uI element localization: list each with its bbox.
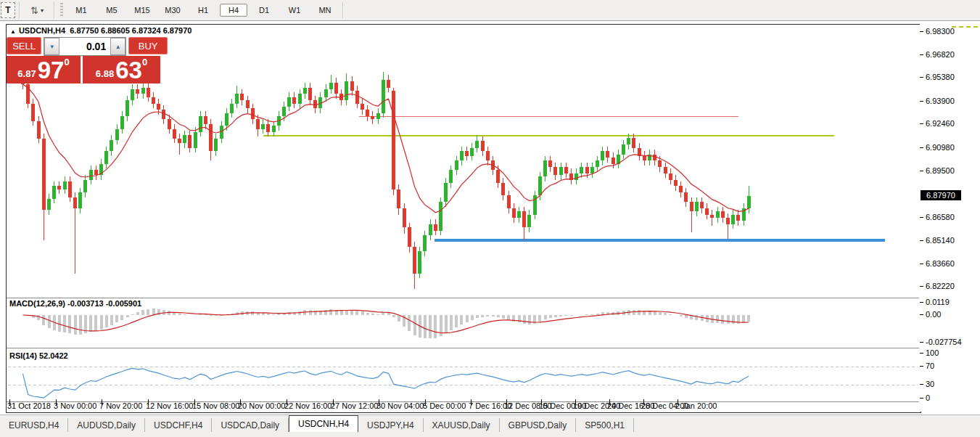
sell-button[interactable]: SELL: [7, 37, 41, 54]
toolbar-separator: [19, 2, 20, 18]
macd-tick-label: -0.027754: [926, 338, 962, 346]
rsi-tick-label-mark: [920, 366, 923, 367]
price-tick-label: 6.98300: [926, 27, 955, 36]
tile-windows-icon[interactable]: ⇅ ▾: [24, 2, 50, 18]
buy-button[interactable]: BUY: [128, 37, 168, 54]
chevron-down-icon: ▾: [41, 7, 44, 14]
date-tick-label: 30 Nov 04:00: [376, 401, 424, 410]
price-tick-label: 6.93900: [926, 97, 955, 105]
date-tick-label: 3 Nov 00:00: [54, 401, 96, 410]
macd-tick-label: 0.00: [926, 310, 941, 319]
date-tick-label: 20 Nov 00:00: [238, 401, 285, 410]
date-tick-label: 7 Nov 20:00: [99, 401, 142, 410]
price-tick-label: 6.90980: [926, 143, 955, 152]
toolbar-separator: [54, 2, 55, 18]
bid-price-prefix: 6.87: [17, 68, 36, 79]
toolbar-grip[interactable]: [60, 3, 63, 17]
price-tick-label: 6.89500: [926, 166, 955, 175]
timeframe-button-w1[interactable]: W1: [281, 4, 308, 17]
chart-window[interactable]: ▲USDCNH,H4 6.87750 6.88605 6.87324 6.879…: [6, 24, 921, 413]
rsi-indicator-label: RSI(14) 52.0422: [9, 351, 68, 360]
price-tick-label-mark: [920, 31, 923, 32]
rsi-tick-label: 100: [926, 348, 939, 357]
current-price-tag: 6.87970: [921, 190, 961, 200]
chart-ohlc-values: 6.87750 6.88605 6.87324 6.87970: [70, 26, 192, 35]
top-toolbar: T ⇅ ▾ M1M5M15M30H1H4D1W1MN: [0, 0, 980, 21]
macd-tick-label: 0.0119: [926, 298, 950, 306]
status-strip: [0, 432, 980, 437]
macd-tick-label-mark: [920, 342, 923, 343]
tab-gbpusd-daily[interactable]: GBPUSD,Daily: [500, 418, 577, 433]
mt4-window: T ⇅ ▾ M1M5M15M30H1H4D1W1MN ▲USDCNH,H4 6.…: [0, 0, 980, 437]
chart-tab-bar: EURUSD,H4AUDUSD,DailyUSDCHF,H4USDCAD,Dai…: [0, 414, 980, 433]
bid-price-pips: 97: [38, 60, 65, 81]
ask-price-point: 0: [142, 57, 147, 68]
bid-price-point: 0: [64, 57, 69, 68]
timeframe-button-h1[interactable]: H1: [189, 4, 217, 17]
rsi-tick-label: 0: [926, 393, 930, 402]
tab-audusd-daily[interactable]: AUDUSD,Daily: [68, 418, 145, 433]
price-tick-label: 6.82220: [926, 282, 955, 290]
date-tick-label: 2 Jan 20:00: [675, 401, 717, 410]
ask-price-pips: 63: [115, 60, 142, 81]
chart-symbol-label: USDCNH,H4: [19, 26, 65, 35]
tab-xauusd-daily[interactable]: XAUUSD,Daily: [424, 418, 500, 433]
timeframe-button-d1[interactable]: D1: [250, 4, 278, 17]
text-tool-icon[interactable]: T: [1, 2, 15, 18]
rsi-tick-label: 30: [926, 380, 934, 388]
chart-symbol-header: ▲USDCNH,H4 6.87750 6.88605 6.87324 6.879…: [10, 26, 192, 35]
price-tick-label-mark: [920, 123, 923, 124]
arrows-glyph: ⇅: [30, 5, 38, 16]
toolbar-separator: [342, 2, 344, 18]
timeframe-button-m1[interactable]: M1: [67, 4, 95, 17]
time-axis[interactable]: 31 Oct 20183 Nov 00:007 Nov 20:0012 Nov …: [6, 401, 920, 412]
tab-usdcnh-h4[interactable]: USDCNH,H4: [289, 415, 358, 433]
macd-tick-label-mark: [920, 314, 923, 315]
timeframe-button-mn[interactable]: MN: [311, 4, 339, 17]
one-click-trade-panel: SELL ▼ ▲ BUY 6.87 97 0 6.88 63 0: [7, 37, 168, 83]
ask-price-tile[interactable]: 6.88 63 0: [83, 56, 160, 83]
timeframe-button-m15[interactable]: M15: [128, 4, 156, 17]
price-tick-label: 6.96820: [926, 50, 955, 59]
price-tick-label-mark: [920, 54, 923, 55]
rsi-tick-label: 70: [926, 362, 934, 370]
ask-price-prefix: 6.88: [96, 68, 114, 79]
timeframe-button-h4[interactable]: H4: [220, 4, 247, 17]
macd-tick-label-mark: [920, 302, 923, 303]
tab-usdjpy-h4[interactable]: USDJPY,H4: [358, 418, 423, 433]
date-tick-label: 22 Nov 16:00: [284, 401, 332, 410]
date-tick-label: 31 Oct 2018: [7, 401, 51, 410]
selected-line-handle: [952, 26, 978, 28]
price-tick-label-mark: [920, 286, 923, 287]
volume-decrease-button[interactable]: ▼: [44, 38, 59, 55]
rsi-tick-label-mark: [920, 398, 923, 399]
price-tick-label: 6.85140: [926, 236, 955, 245]
price-tick-label-mark: [920, 217, 923, 218]
timeframe-button-m5[interactable]: M5: [98, 4, 125, 17]
volume-input[interactable]: [59, 38, 110, 55]
timeframe-button-m30[interactable]: M30: [159, 4, 186, 17]
collapse-triangle-icon[interactable]: ▲: [10, 28, 16, 35]
price-tick-label: 6.86580: [926, 213, 955, 221]
price-tick-label-mark: [920, 77, 923, 78]
date-tick-label: 5 Dec 00:00: [423, 401, 466, 410]
tab-usdchf-h4[interactable]: USDCHF,H4: [145, 418, 212, 433]
price-tick-label-mark: [920, 147, 923, 148]
tab-eurusd-h4[interactable]: EURUSD,H4: [0, 418, 68, 433]
price-axis[interactable]: 6.983006.968206.953806.939006.924606.909…: [920, 24, 980, 412]
date-tick-label: 12 Nov 16:00: [146, 401, 193, 410]
price-tick-label: 6.95380: [926, 73, 955, 81]
price-tick-label: 6.92460: [926, 119, 955, 128]
bid-price-tile[interactable]: 6.87 97 0: [7, 56, 81, 83]
rsi-tick-label-mark: [920, 353, 923, 354]
volume-increase-button[interactable]: ▲: [110, 38, 125, 55]
volume-stepper: ▼ ▲: [44, 37, 126, 56]
price-tick-label-mark: [920, 101, 923, 102]
tab-usdcad-daily[interactable]: USDCAD,Daily: [212, 418, 289, 433]
tab-sp500-h1[interactable]: SP500,H1: [576, 418, 634, 433]
date-tick-label: 27 Nov 12:00: [331, 401, 378, 410]
date-tick-label: 15 Nov 08:00: [192, 401, 239, 410]
price-tick-label-mark: [920, 240, 923, 241]
macd-indicator-label: MACD(12,26,9) -0.003713 -0.005901: [9, 299, 141, 308]
timeframe-toolbar: M1M5M15M30H1H4D1W1MN: [66, 4, 340, 17]
